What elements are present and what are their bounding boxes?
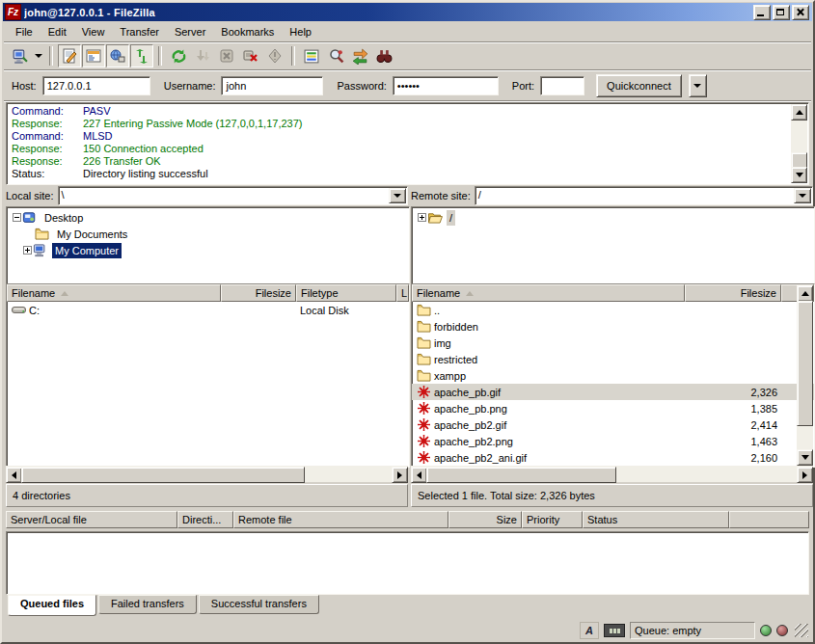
refresh-button[interactable] <box>167 44 190 67</box>
menu-server[interactable]: Server <box>167 24 213 40</box>
reconnect-button[interactable] <box>263 44 286 67</box>
directory-listing-filter-button[interactable] <box>300 44 323 67</box>
local-status-line: 4 directories <box>6 484 408 507</box>
remote-site-dropdown-button[interactable] <box>794 188 811 203</box>
tree-item-my-computer[interactable]: My Computer <box>7 242 409 258</box>
tab-successful-transfers[interactable]: Successful transfers <box>199 595 319 614</box>
image-file-icon <box>416 435 432 447</box>
cancel-operation-button[interactable] <box>215 44 238 67</box>
menu-transfer[interactable]: Transfer <box>112 24 167 40</box>
site-manager-dropdown-button[interactable] <box>32 45 44 67</box>
site-manager-button[interactable] <box>8 44 31 67</box>
toggle-transfer-queue-button[interactable] <box>130 44 153 67</box>
column-header-filename[interactable]: Filename <box>7 284 221 302</box>
password-input[interactable]: •••••• <box>393 76 499 95</box>
toggle-local-tree-button[interactable] <box>82 44 105 67</box>
column-header-server-local-file[interactable]: Server/Local file <box>6 511 177 528</box>
folder-row[interactable]: img <box>412 335 814 351</box>
file-row-c-drive[interactable]: C: Local Disk <box>7 302 409 318</box>
column-header-priority[interactable]: Priority <box>522 511 583 528</box>
quickconnect-button[interactable]: Quickconnect <box>596 74 682 97</box>
column-header-direction[interactable]: Directi... <box>177 511 233 528</box>
toggle-remote-tree-button[interactable] <box>106 44 129 67</box>
scrollbar-thumb[interactable] <box>791 152 807 168</box>
username-input[interactable]: john <box>221 76 323 95</box>
directory-comparison-button[interactable] <box>324 44 347 67</box>
log-line: Status:Directory listing successful <box>12 168 787 180</box>
column-header-filename[interactable]: Filename <box>412 284 685 302</box>
column-header-size[interactable]: Size <box>448 511 522 528</box>
file-row[interactable]: apache_pb2_ani.gif 2,160 <box>412 449 814 466</box>
file-row[interactable]: apache_pb2.png 1,463 <box>412 433 814 449</box>
scroll-down-button[interactable] <box>797 449 813 466</box>
folder-row[interactable]: forbidden <box>412 318 814 335</box>
process-queue-button[interactable] <box>191 44 214 67</box>
local-tree-icon <box>86 48 101 64</box>
menu-bookmarks[interactable]: Bookmarks <box>213 24 282 40</box>
close-icon <box>793 6 808 19</box>
file-row-selected[interactable]: apache_pb.gif 2,326 <box>412 384 814 400</box>
scroll-up-button[interactable] <box>791 104 807 121</box>
host-input[interactable]: 127.0.0.1 <box>42 76 150 95</box>
local-site-combo[interactable]: \ <box>58 186 408 205</box>
scrollbar-thumb[interactable] <box>426 467 616 483</box>
column-header-filetype[interactable]: Filetype <box>296 284 396 302</box>
disconnect-button[interactable] <box>239 44 262 67</box>
toggle-message-log-button[interactable] <box>58 44 81 67</box>
tab-failed-transfers[interactable]: Failed transfers <box>98 595 197 614</box>
resize-grip[interactable] <box>795 624 808 637</box>
queue-header: Server/Local file Directi... Remote file… <box>6 511 809 531</box>
synchronized-browsing-button[interactable] <box>348 44 371 67</box>
port-input[interactable] <box>540 76 584 95</box>
remote-list-scrollbar[interactable] <box>797 285 813 466</box>
tree-item-desktop[interactable]: Desktop <box>7 209 409 226</box>
title-bar[interactable]: Fz john@127.0.0.1 - FileZilla <box>3 3 812 21</box>
expand-icon[interactable] <box>23 246 32 255</box>
column-header-status[interactable]: Status <box>583 511 729 528</box>
scrollbar-thumb[interactable] <box>21 467 305 483</box>
expand-icon[interactable] <box>418 213 426 222</box>
menu-edit[interactable]: Edit <box>41 24 74 40</box>
quickconnect-dropdown-button[interactable] <box>689 74 707 97</box>
local-list-hscrollbar[interactable] <box>6 466 408 482</box>
file-row[interactable]: apache_pb2.gif 2,414 <box>412 416 814 433</box>
scrollbar-thumb[interactable] <box>797 301 813 426</box>
message-log: Command:PASV Response:227 Entering Passi… <box>6 102 809 185</box>
folder-row[interactable]: .. <box>412 302 814 318</box>
menu-file[interactable]: File <box>8 24 41 40</box>
scroll-right-button[interactable] <box>392 467 408 483</box>
port-label: Port: <box>512 80 534 92</box>
toolbar <box>4 42 811 69</box>
scroll-right-button[interactable] <box>797 467 813 483</box>
scroll-left-button[interactable] <box>411 467 427 483</box>
scroll-left-button[interactable] <box>6 467 22 483</box>
menu-help[interactable]: Help <box>282 24 319 40</box>
scroll-down-button[interactable] <box>791 167 807 183</box>
minimize-button[interactable] <box>753 5 771 20</box>
folder-row[interactable]: restricted <box>412 351 814 367</box>
folder-row[interactable]: xampp <box>412 367 814 384</box>
folder-icon <box>416 353 432 365</box>
local-site-dropdown-button[interactable] <box>389 188 406 203</box>
column-header-remote-file[interactable]: Remote file <box>233 511 448 528</box>
log-scrollbar[interactable] <box>791 104 807 183</box>
speedlimit-icon[interactable] <box>604 624 625 637</box>
close-button[interactable] <box>792 5 809 20</box>
remote-site-combo[interactable]: / <box>475 186 813 205</box>
maximize-button[interactable] <box>773 5 790 20</box>
tree-item-root[interactable]: / <box>412 209 814 226</box>
find-files-button[interactable] <box>372 44 395 67</box>
scroll-up-button[interactable] <box>797 285 813 302</box>
tree-item-my-documents[interactable]: My Documents <box>7 226 409 242</box>
local-tree: Desktop My Documents My Computer <box>6 206 410 289</box>
collapse-icon[interactable] <box>13 213 21 222</box>
username-label: Username: <box>164 80 216 92</box>
file-row[interactable]: apache_pb.png 1,385 <box>412 400 814 416</box>
column-header-modified[interactable]: L <box>396 284 409 302</box>
tab-queued-files[interactable]: Queued files <box>8 595 96 616</box>
column-header-filesize[interactable]: Filesize <box>221 284 296 302</box>
arrow-right-icon <box>397 471 402 479</box>
menu-view[interactable]: View <box>74 24 113 40</box>
column-header-filesize[interactable]: Filesize <box>685 284 781 302</box>
remote-list-hscrollbar[interactable] <box>411 466 813 482</box>
